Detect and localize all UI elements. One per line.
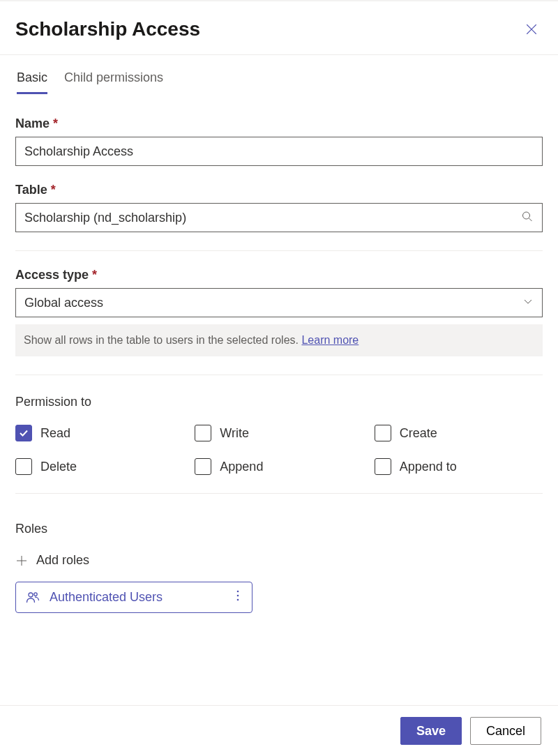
add-roles-label: Add roles [36,553,89,568]
close-button[interactable] [520,18,543,40]
permission-label: Write [220,426,249,441]
permission-create[interactable]: Create [375,425,543,441]
dialog-title: Scholarship Access [15,18,200,40]
table-lookup[interactable]: Scholarship (nd_scholarship) [15,203,543,232]
access-type-info: Show all rows in the table to users in t… [15,324,543,356]
permission-label: Delete [40,460,77,474]
plus-icon [15,554,28,567]
field-table: Table * Scholarship (nd_scholarship) [15,183,543,232]
permission-label: Read [40,426,70,441]
role-item[interactable]: Authenticated Users [15,582,252,613]
permission-label: Append [220,460,263,474]
tab-basic[interactable]: Basic [17,70,47,94]
save-button[interactable]: Save [400,717,462,745]
permission-append-to[interactable]: Append to [375,458,543,475]
roles-section: Roles Add roles Authenticated Users [15,522,543,613]
checkbox-icon [375,425,391,441]
content-area: Name * Table * Scholarship (nd_scholarsh… [0,94,558,705]
dialog-header: Scholarship Access [0,0,558,55]
name-label: Name * [15,116,543,131]
add-roles-button[interactable]: Add roles [15,553,543,568]
permissions-grid: Read Write Create Delete Append Append t… [15,425,543,475]
close-icon [525,23,538,36]
permission-write[interactable]: Write [195,425,363,441]
name-input[interactable] [15,137,543,166]
permission-append[interactable]: Append [195,458,363,475]
roles-section-title: Roles [15,522,543,536]
tabs: Basic Child permissions [0,55,558,94]
checkbox-icon [195,425,211,441]
required-indicator: * [53,116,58,130]
tab-child-permissions[interactable]: Child permissions [64,70,163,94]
checkbox-icon [15,425,32,441]
svg-point-5 [237,599,239,601]
checkbox-icon [15,458,32,475]
field-name: Name * [15,116,543,166]
checkbox-icon [195,458,211,475]
permission-read[interactable]: Read [15,425,183,441]
field-access-type: Access type * Global access Show all row… [15,268,543,356]
svg-point-4 [237,595,239,597]
permissions-section-title: Permission to [15,395,543,409]
dialog-footer: Save Cancel [0,705,558,756]
permission-label: Append to [400,460,457,474]
learn-more-link[interactable]: Learn more [301,334,359,346]
role-name: Authenticated Users [50,590,163,605]
access-type-label: Access type * [15,268,543,282]
role-menu-button[interactable] [234,589,242,605]
checkbox-icon [375,458,391,475]
access-type-select[interactable]: Global access [15,288,543,317]
required-indicator: * [51,183,56,197]
permission-delete[interactable]: Delete [15,458,183,475]
cancel-button[interactable]: Cancel [470,717,541,745]
people-icon [26,591,40,605]
svg-point-2 [34,592,37,595]
svg-point-1 [29,593,33,597]
permission-label: Create [400,426,437,441]
table-label: Table * [15,183,543,197]
more-vertical-icon [236,589,239,602]
svg-point-3 [237,591,239,593]
required-indicator: * [92,268,97,282]
